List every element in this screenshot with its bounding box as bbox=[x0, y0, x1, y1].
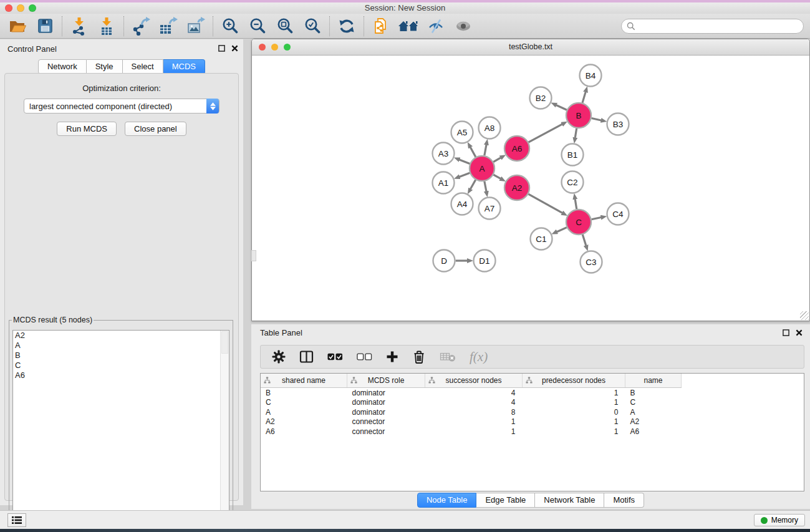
tab-mcds[interactable]: MCDS bbox=[163, 59, 205, 74]
table-row[interactable]: A2connector11A2 bbox=[261, 417, 682, 427]
close-panel-icon[interactable] bbox=[231, 45, 238, 52]
select-all-checkboxes-button[interactable] bbox=[327, 352, 343, 361]
hide-selected-button[interactable] bbox=[422, 15, 450, 37]
graph-node-label: C bbox=[576, 218, 582, 227]
task-history-button[interactable] bbox=[7, 513, 26, 527]
table-panel: Table Panel f(x) shared nameMCDS rolesuc… bbox=[251, 324, 810, 509]
control-panel: Control Panel Network Style Select MCDS … bbox=[0, 39, 243, 505]
save-session-button[interactable] bbox=[31, 15, 59, 37]
new-network-from-selection-button[interactable] bbox=[367, 15, 395, 37]
memory-button[interactable]: Memory bbox=[754, 514, 805, 526]
tab-style[interactable]: Style bbox=[87, 59, 123, 74]
add-column-button[interactable] bbox=[386, 351, 398, 363]
tab-select[interactable]: Select bbox=[123, 59, 163, 74]
eye-slash-icon bbox=[428, 18, 444, 34]
plus-icon bbox=[386, 351, 398, 363]
unchecked-boxes-icon bbox=[357, 352, 372, 361]
graph-node-label: B2 bbox=[536, 94, 546, 103]
export-image-icon bbox=[186, 17, 205, 36]
graph-node-label: B bbox=[576, 111, 581, 120]
mcds-result-item[interactable]: A2 bbox=[13, 331, 229, 341]
graph-edge-A-A8 bbox=[485, 145, 486, 155]
tab-node-table[interactable]: Node Table bbox=[417, 493, 477, 508]
eye-icon bbox=[455, 19, 472, 33]
mcds-panel: Optimization criterion: largest connecte… bbox=[4, 73, 239, 501]
toolbar-separator bbox=[364, 16, 364, 36]
graph-edge-B-B1 bbox=[575, 128, 576, 138]
window-title: Session: New Session bbox=[0, 3, 810, 12]
export-table-button[interactable] bbox=[155, 15, 182, 37]
graph-edge-A-A3 bbox=[460, 160, 470, 163]
close-panel-icon[interactable] bbox=[796, 329, 803, 336]
zoom-out-button[interactable] bbox=[244, 15, 271, 37]
table-row[interactable]: Adominator80A bbox=[261, 407, 682, 417]
table-cell: A6 bbox=[625, 427, 682, 437]
window-resize-grip[interactable] bbox=[800, 311, 809, 320]
table-row[interactable]: Cdominator41C bbox=[261, 398, 682, 408]
graph-node-label: A6 bbox=[512, 144, 523, 153]
mcds-result-item[interactable]: A bbox=[13, 341, 229, 351]
mcds-result-item[interactable]: A6 bbox=[13, 370, 229, 380]
criterion-dropdown[interactable]: largest connected component (directed) bbox=[24, 99, 219, 114]
graph-edge-B-B4 bbox=[582, 92, 586, 103]
mcds-result-item[interactable]: C bbox=[13, 360, 229, 370]
mcds-list-scrollbar[interactable] bbox=[220, 331, 229, 528]
table-cell: 8 bbox=[425, 407, 523, 417]
delete-columns-button[interactable] bbox=[412, 350, 426, 364]
float-panel-icon[interactable] bbox=[783, 329, 789, 336]
tab-network-table[interactable]: Network Table bbox=[535, 493, 604, 508]
close-panel-button[interactable]: Close panel bbox=[125, 122, 186, 136]
table-row[interactable]: A6connector11A6 bbox=[261, 427, 682, 437]
zoom-fit-icon bbox=[277, 17, 294, 34]
network-graph: B4B2BB3A8A5A6A3B1AC2A1A2A4A7C4CC1DD1C3 bbox=[253, 56, 810, 321]
network-canvas[interactable]: B4B2BB3A8A5A6A3B1AC2A1A2A4A7C4CC1DD1C3 bbox=[253, 56, 809, 320]
table-cell: A6 bbox=[261, 427, 347, 437]
tab-edge-table[interactable]: Edge Table bbox=[476, 493, 535, 508]
float-panel-icon[interactable] bbox=[218, 45, 225, 52]
column-header-predecessor-nodes[interactable]: predecessor nodes bbox=[523, 374, 625, 388]
graph-node-label: A2 bbox=[512, 183, 523, 193]
refresh-icon bbox=[338, 17, 355, 35]
desktop-strip-bottom bbox=[0, 529, 810, 532]
graph-node-label: A1 bbox=[438, 178, 449, 188]
deselect-all-checkboxes-button[interactable] bbox=[357, 352, 372, 361]
table-cell: A2 bbox=[261, 417, 347, 427]
canvas-left-grip[interactable] bbox=[251, 250, 256, 261]
tab-motifs[interactable]: Motifs bbox=[604, 493, 644, 508]
table-settings-button[interactable] bbox=[272, 350, 286, 364]
column-header-shared-name[interactable]: shared name bbox=[261, 374, 347, 388]
zoom-in-button[interactable] bbox=[216, 15, 244, 37]
open-session-button[interactable] bbox=[4, 15, 31, 37]
refresh-layout-button[interactable] bbox=[333, 15, 360, 37]
search-input[interactable] bbox=[639, 21, 803, 31]
mcds-result-list: A2ABCA6 bbox=[12, 330, 229, 529]
table-row[interactable]: Bdominator41B bbox=[261, 388, 682, 398]
import-network-button[interactable] bbox=[65, 15, 93, 37]
column-header-name[interactable]: name bbox=[625, 374, 682, 388]
list-icon bbox=[12, 516, 22, 525]
zoom-fit-button[interactable] bbox=[271, 15, 299, 37]
import-network-icon bbox=[70, 17, 88, 36]
first-neighbors-button[interactable] bbox=[395, 15, 422, 37]
graph-edge-A6-B bbox=[529, 124, 562, 142]
network-window-titlebar[interactable]: testGlobe.txt bbox=[252, 39, 809, 56]
memory-label: Memory bbox=[771, 516, 798, 525]
zoom-in-icon bbox=[222, 17, 239, 34]
table-panel-title: Table Panel bbox=[260, 328, 302, 337]
delete-table-button[interactable] bbox=[440, 351, 456, 362]
run-mcds-button[interactable]: Run MCDS bbox=[57, 122, 117, 136]
column-header-successor-nodes[interactable]: successor nodes bbox=[425, 374, 523, 388]
tab-network[interactable]: Network bbox=[38, 59, 87, 74]
import-table-button[interactable] bbox=[93, 15, 120, 37]
mcds-result-item[interactable]: B bbox=[13, 351, 229, 360]
column-header-MCDS-role[interactable]: MCDS role bbox=[347, 374, 425, 388]
table-cell: 4 bbox=[425, 398, 523, 408]
zoom-selected-button[interactable] bbox=[299, 15, 326, 37]
split-panel-button[interactable] bbox=[299, 350, 314, 364]
function-builder-button[interactable]: f(x) bbox=[470, 349, 488, 365]
export-network-button[interactable] bbox=[127, 15, 155, 37]
export-image-button[interactable] bbox=[182, 15, 210, 37]
graph-node-label: D1 bbox=[479, 256, 489, 266]
show-all-button[interactable] bbox=[450, 15, 477, 37]
table-cell: 4 bbox=[425, 388, 523, 398]
